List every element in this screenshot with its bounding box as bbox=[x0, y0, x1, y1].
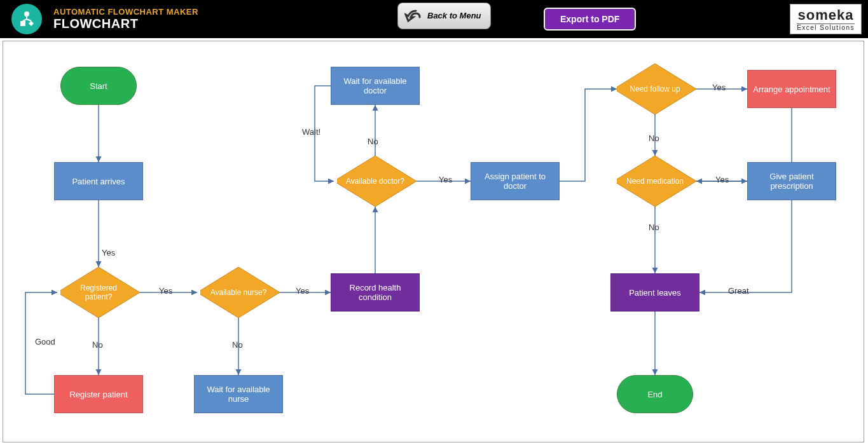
label-great: Great bbox=[728, 286, 749, 296]
app-header: AUTOMATIC FLOWCHART MAKER FLOWCHART Back… bbox=[0, 0, 868, 38]
node-start[interactable]: Start bbox=[60, 67, 137, 105]
node-end[interactable]: End bbox=[617, 375, 693, 413]
node-available-nurse-label: Available nurse? bbox=[200, 267, 277, 318]
app-subtitle: AUTOMATIC FLOWCHART MAKER bbox=[53, 7, 198, 17]
label-no: No bbox=[92, 340, 103, 350]
export-pdf-button[interactable]: Export to PDF bbox=[544, 8, 636, 31]
node-registered-patient-label: Registered patient? bbox=[60, 267, 137, 318]
label-yes: Yes bbox=[102, 248, 115, 257]
svg-line-5 bbox=[27, 19, 31, 21]
svg-marker-2 bbox=[29, 21, 34, 26]
label-no: No bbox=[232, 340, 243, 350]
label-yes: Yes bbox=[159, 286, 172, 296]
node-wait-nurse[interactable]: Wait for available nurse bbox=[194, 375, 283, 413]
brand-name: someka bbox=[797, 7, 855, 24]
back-button-label: Back to Menu bbox=[427, 11, 481, 20]
node-arrange-appointment[interactable]: Arrange appointment bbox=[747, 70, 836, 108]
flowchart-canvas[interactable]: Start Patient arrives Registered patient… bbox=[3, 41, 864, 442]
label-no: No bbox=[649, 222, 659, 232]
label-yes: Yes bbox=[439, 175, 452, 184]
node-available-nurse[interactable]: Available nurse? bbox=[200, 267, 277, 318]
brand-tagline: Excel Solutions bbox=[797, 24, 855, 31]
node-patient-leaves[interactable]: Patient leaves bbox=[610, 273, 699, 312]
node-need-follow-up-label: Need follow up bbox=[617, 64, 693, 114]
label-no: No bbox=[649, 134, 659, 143]
back-arrow-icon bbox=[404, 7, 422, 25]
node-patient-arrives[interactable]: Patient arrives bbox=[54, 162, 143, 200]
svg-point-0 bbox=[24, 11, 29, 17]
brand-logo: someka Excel Solutions bbox=[790, 4, 862, 34]
node-available-doctor-label: Available doctor? bbox=[337, 156, 413, 207]
svg-line-4 bbox=[23, 19, 27, 21]
node-need-follow-up[interactable]: Need follow up bbox=[617, 64, 693, 114]
node-registered-patient[interactable]: Registered patient? bbox=[60, 267, 137, 318]
node-register-patient[interactable]: Register patient bbox=[54, 375, 143, 413]
node-need-medication[interactable]: Need medication bbox=[617, 156, 693, 207]
node-record-health[interactable]: Record health condition bbox=[331, 273, 420, 312]
header-titles: AUTOMATIC FLOWCHART MAKER FLOWCHART bbox=[53, 7, 198, 31]
node-need-medication-label: Need medication bbox=[617, 156, 693, 207]
node-available-doctor[interactable]: Available doctor? bbox=[337, 156, 413, 207]
node-assign-patient[interactable]: Assign patient to doctor bbox=[471, 162, 560, 200]
label-yes: Yes bbox=[715, 175, 729, 184]
label-no: No bbox=[368, 137, 378, 146]
label-yes: Yes bbox=[296, 286, 309, 296]
label-wait: Wait! bbox=[302, 127, 320, 137]
node-wait-doctor[interactable]: Wait for available doctor bbox=[331, 67, 420, 105]
node-give-prescription[interactable]: Give patient prescription bbox=[747, 162, 836, 200]
label-good: Good bbox=[35, 337, 55, 346]
app-logo-icon bbox=[11, 4, 42, 34]
back-to-menu-button[interactable]: Back to Menu bbox=[397, 3, 491, 29]
page-title: FLOWCHART bbox=[53, 17, 198, 31]
label-yes: Yes bbox=[712, 83, 726, 92]
svg-rect-1 bbox=[20, 21, 25, 26]
